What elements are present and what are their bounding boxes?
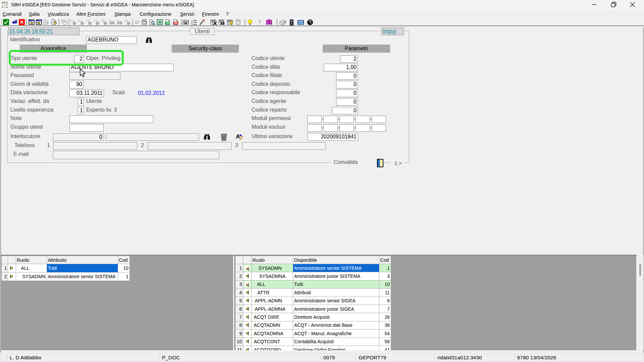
svg-text:CSV: CSV [166,22,170,24]
svg-text:XML: XML [174,22,178,24]
svg-text:F3: F3 [86,19,89,22]
svg-text:A: A [236,133,240,140]
svg-text:F4: F4 [94,19,97,22]
svg-text:?: ? [269,20,271,23]
svg-text:3: 3 [191,23,193,26]
svg-text:F1: F1 [70,19,74,22]
svg-text:8: 8 [116,19,118,22]
svg-text:F5: F5 [101,19,105,22]
svg-text:F9: F9 [124,19,128,22]
svg-text:+a: +a [183,21,187,25]
svg-text:F2: F2 [78,19,82,22]
svg-text:?: ? [258,19,261,26]
svg-text:N: N [309,19,311,22]
svg-text:6: 6 [109,19,110,22]
